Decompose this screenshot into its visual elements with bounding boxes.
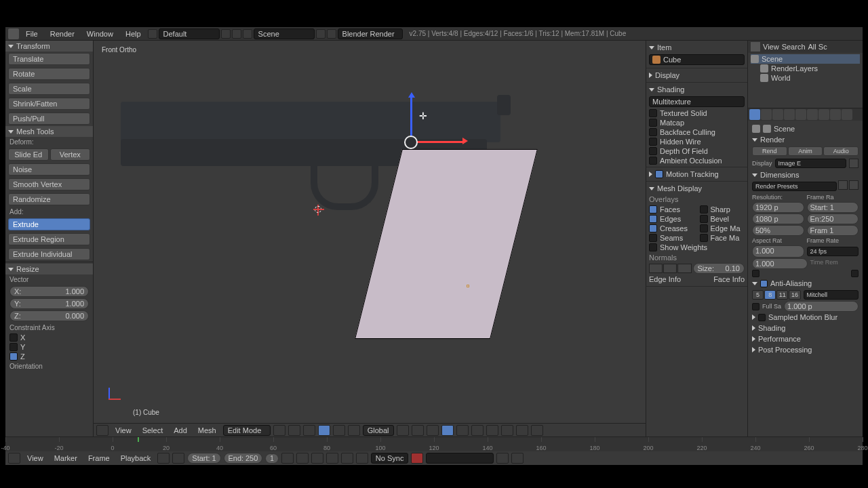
- matcap-checkbox[interactable]: [649, 119, 657, 127]
- vertex-slide-button[interactable]: Vertex: [50, 148, 91, 161]
- snap-element-button[interactable]: [501, 425, 513, 436]
- aa-11-button[interactable]: 11: [776, 290, 788, 300]
- translate-button[interactable]: Translate: [8, 53, 90, 65]
- scene-select[interactable]: Scene: [254, 28, 315, 39]
- face-select-icon[interactable]: [441, 425, 454, 436]
- show-weights-checkbox[interactable]: [649, 243, 657, 251]
- menu-file[interactable]: File: [20, 30, 43, 38]
- keying-set-select[interactable]: [426, 453, 494, 464]
- delete-scene-icon[interactable]: [327, 29, 336, 39]
- current-frame-field[interactable]: 1: [265, 453, 279, 464]
- vp-menu-view[interactable]: View: [111, 426, 136, 434]
- seams-checkbox[interactable]: [649, 234, 657, 242]
- transform-orient-select[interactable]: Global: [363, 425, 394, 436]
- render-button[interactable]: Rend: [752, 146, 787, 156]
- performance-panel-header[interactable]: Performance: [752, 333, 859, 344]
- shading-panel-header[interactable]: Shading: [649, 84, 745, 95]
- outliner-editor-icon[interactable]: [751, 42, 760, 52]
- menu-window[interactable]: Window: [81, 30, 119, 38]
- use-preview-range-icon[interactable]: [157, 453, 170, 464]
- sharp-checkbox[interactable]: [700, 205, 708, 214]
- jump-start-icon[interactable]: [281, 453, 294, 464]
- back-to-previous-icon[interactable]: [148, 29, 157, 39]
- edgemarks-checkbox[interactable]: [700, 224, 708, 232]
- menu-help[interactable]: Help: [120, 30, 146, 38]
- manipulator-toggle[interactable]: [303, 425, 315, 436]
- constraint-x-checkbox[interactable]: [9, 333, 18, 342]
- hidden-checkbox[interactable]: [649, 138, 657, 146]
- outliner-filter-select[interactable]: All Sc: [808, 43, 860, 51]
- rotate-manip-icon[interactable]: [333, 425, 345, 436]
- viewport-shading-button[interactable]: [273, 425, 285, 436]
- motion-tracking-header[interactable]: Motion Tracking: [649, 169, 745, 180]
- vp-menu-add[interactable]: Add: [170, 426, 191, 434]
- mode-select[interactable]: Edit Mode: [223, 425, 271, 436]
- preset-add-icon[interactable]: [838, 180, 848, 190]
- aa-5-button[interactable]: 5: [752, 290, 764, 300]
- play-reverse-icon[interactable]: [311, 453, 323, 464]
- tl-menu-frame[interactable]: Frame: [84, 454, 114, 462]
- pushpull-button[interactable]: Push/Pull: [8, 113, 90, 125]
- post-processing-panel-header[interactable]: Post Processing: [752, 344, 859, 355]
- timeline-cursor[interactable]: [138, 437, 139, 442]
- insert-keyframe-icon[interactable]: [496, 453, 509, 464]
- shrinkfatten-button[interactable]: Shrink/Fatten: [8, 98, 90, 110]
- delete-layout-icon[interactable]: [232, 29, 241, 39]
- menu-render[interactable]: Render: [45, 30, 80, 38]
- res-x-field[interactable]: 1920 p: [752, 202, 804, 213]
- editor-type-icon[interactable]: [96, 425, 108, 436]
- scene-browse-icon[interactable]: [243, 29, 252, 39]
- smooth-vertex-button[interactable]: Smooth Vertex: [8, 178, 90, 190]
- end-frame-field[interactable]: End: 250: [224, 453, 263, 464]
- timeline-track[interactable]: -40-200204060801001201401601802002202402…: [5, 437, 863, 451]
- start-frame-field[interactable]: Start: 1: [187, 453, 220, 464]
- mesh-display-header[interactable]: Mesh Display: [649, 183, 745, 194]
- screen-layout-select[interactable]: Default: [159, 28, 220, 39]
- add-layout-icon[interactable]: [221, 29, 231, 39]
- timeline-editor-icon[interactable]: [8, 453, 20, 464]
- world-tab-icon[interactable]: [784, 109, 795, 120]
- scale-button[interactable]: Scale: [8, 83, 90, 95]
- translate-manip-icon[interactable]: [318, 425, 330, 436]
- bevel-checkbox[interactable]: [700, 215, 708, 223]
- item-name-field[interactable]: Cube: [649, 54, 745, 65]
- noise-button[interactable]: Noise: [8, 163, 90, 176]
- opengl-render-icon[interactable]: [516, 425, 528, 436]
- aa-8-button[interactable]: 8: [764, 290, 776, 300]
- tl-menu-view[interactable]: View: [23, 454, 47, 462]
- edges-checkbox[interactable]: [649, 215, 657, 223]
- lock-time-icon[interactable]: [172, 453, 184, 464]
- normals-size-field[interactable]: Size:0.10: [693, 263, 745, 274]
- audio-button[interactable]: Audio: [823, 146, 859, 156]
- render-panel-header[interactable]: Render: [752, 134, 859, 145]
- scene-tab-icon[interactable]: [772, 109, 783, 120]
- rotate-button[interactable]: Rotate: [8, 68, 90, 80]
- frame-start-field[interactable]: Start: 1: [807, 202, 859, 213]
- resize-z-field[interactable]: Z:0.000: [9, 310, 89, 321]
- res-y-field[interactable]: 1080 p: [752, 214, 804, 224]
- data-tab-icon[interactable]: [830, 109, 841, 120]
- vp-menu-mesh[interactable]: Mesh: [194, 426, 220, 434]
- meshtools-panel-header[interactable]: Mesh Tools: [5, 126, 93, 137]
- res-percent-field[interactable]: 50%: [752, 225, 804, 236]
- pin-icon[interactable]: [752, 125, 760, 133]
- operator-header[interactable]: Resize: [5, 264, 93, 274]
- constraint-z-checkbox[interactable]: [9, 352, 18, 361]
- renderlayers-tab-icon[interactable]: [761, 109, 772, 120]
- layers-button[interactable]: [397, 425, 409, 436]
- vertex-normals-btn[interactable]: [649, 264, 663, 273]
- outliner-search-menu[interactable]: Search: [782, 43, 806, 51]
- snap-toggle-icon[interactable]: [486, 425, 498, 436]
- tl-menu-playback[interactable]: Playback: [117, 454, 155, 462]
- resize-x-field[interactable]: X:1.000: [9, 286, 89, 297]
- border-checkbox[interactable]: [752, 270, 760, 277]
- full-sample-checkbox[interactable]: [752, 303, 760, 310]
- shading-panel-header[interactable]: Shading: [752, 323, 859, 333]
- keyframe-next-icon[interactable]: [341, 453, 353, 464]
- display-mode-select[interactable]: Image E: [775, 159, 846, 168]
- material-tab-icon[interactable]: [842, 109, 852, 120]
- smb-checkbox[interactable]: [758, 314, 766, 321]
- loop-normals-btn[interactable]: [663, 264, 677, 273]
- object-tab-icon[interactable]: [795, 109, 806, 120]
- edge-select-icon[interactable]: [427, 425, 439, 436]
